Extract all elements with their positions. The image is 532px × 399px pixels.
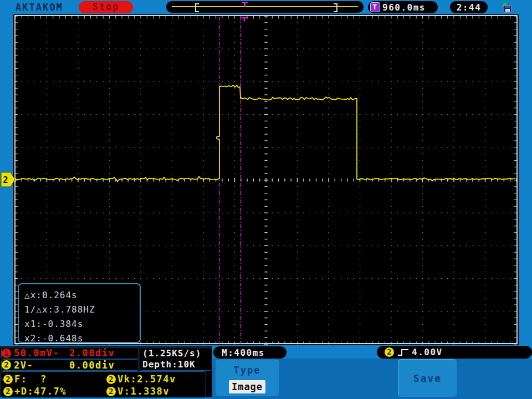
cursor-frequency: 1/△x:3.788HZ <box>24 303 140 317</box>
measurement-vk: 2Vk:2.574v <box>106 373 176 385</box>
trigger-level-value: 4.00V <box>412 347 443 357</box>
oscilloscope-screen: AKTAKOM Stop T 960.0ms 2:44 <box>0 0 532 399</box>
save-button[interactable]: Save <box>398 359 457 397</box>
trigger-source-badge: 2 <box>385 347 394 357</box>
timebase-display: M:400ms <box>213 346 287 359</box>
type-menu-selected-value[interactable]: Image <box>229 380 265 393</box>
channel1-badge: 1 <box>2 349 11 358</box>
cursor-readout-panel: △x:0.264s 1/△x:3.788HZ x1:-0.384s x2:-0.… <box>18 283 141 343</box>
cursor-delta-x: △x:0.264s <box>24 288 140 303</box>
channel1-settings-display: 1 50.0mV- 2.00div <box>1 347 139 359</box>
cursor-x1: x1:-0.384s <box>24 317 140 331</box>
type-menu-label: Type <box>216 365 279 376</box>
acquisition-info-display: (1.25KS/s) Depth:10K <box>140 347 212 371</box>
channel2-scale: 2V- <box>14 360 33 371</box>
measurement-frequency: 2F: ? <box>3 373 47 385</box>
memory-depth: Depth:10K <box>142 359 212 370</box>
measurements-panel: 2F: ? 2Vk:2.574v 2+D:47.7% 2V:1.338v <box>1 371 206 398</box>
trigger-level-display: 2 4.00V <box>377 346 532 359</box>
type-menu-item[interactable]: Type Image <box>216 360 279 396</box>
measurement-duty: 2+D:47.7% <box>3 385 66 397</box>
rising-edge-icon <box>397 348 410 357</box>
channel2-marker[interactable]: 2 <box>1 172 15 187</box>
cursor-x2: x2:-0.648s <box>24 331 140 346</box>
channel2-settings-display: 2 2V- 0.00div <box>1 359 139 371</box>
channel1-scale: 50.0mV- <box>14 347 59 359</box>
measurement-v: 2V:1.338v <box>106 385 170 397</box>
channel2-badge: 2 <box>2 360 11 370</box>
sample-rate: (1.25KS/s) <box>142 348 212 359</box>
channel2-offset: 0.00div <box>69 360 115 371</box>
channel1-offset: 2.00div <box>69 347 115 359</box>
channel2-marker-label: 2 <box>3 175 8 185</box>
